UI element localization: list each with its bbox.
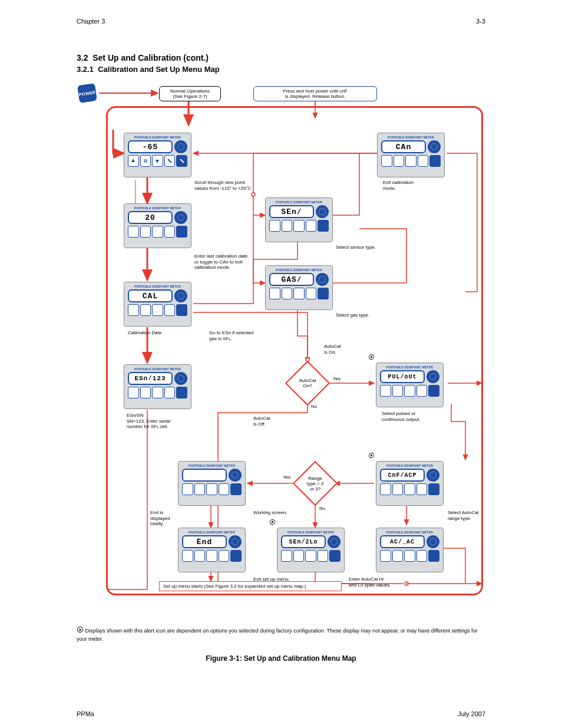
device-sensor: PORTABLE DEWPOINT METER SEn/ bbox=[265, 197, 333, 242]
dial-icon bbox=[229, 535, 242, 548]
lcd: CAL bbox=[128, 289, 173, 302]
power-label: POWER bbox=[78, 90, 95, 97]
lcd: -65 bbox=[128, 140, 173, 153]
label-cal-date: Calibration Date bbox=[128, 330, 161, 336]
label-exit-cal: Exit calibration mode. bbox=[383, 180, 414, 191]
label-select-range: Select AutoCal range type. bbox=[448, 510, 478, 521]
label-scroll-dp: Scroll through dew point values from -11… bbox=[194, 180, 251, 191]
alert-icon: ⦿ bbox=[77, 626, 84, 634]
label-autocal-off: AutoCal is Off. bbox=[253, 416, 270, 427]
dial-icon bbox=[428, 140, 441, 153]
device-working: PORTABLE DEWPOINT METER bbox=[178, 461, 246, 506]
dial-icon bbox=[174, 211, 187, 224]
dial-icon bbox=[316, 273, 329, 286]
lcd: SEn/2Lo bbox=[281, 535, 326, 548]
device-value-20: PORTABLE DEWPOINT METER 20 bbox=[124, 203, 191, 248]
device-can: PORTABLE DEWPOINT METER CAn bbox=[377, 133, 445, 177]
device-dewpoint-display: PORTABLE DEWPOINT METER -65 bbox=[124, 133, 191, 177]
lcd: GAS/ bbox=[269, 273, 314, 286]
label-no-1: No bbox=[311, 404, 317, 410]
footnote: ⦿ Displays shown with this alert icon ar… bbox=[77, 625, 483, 644]
diagram-canvas: POWER Normal Operations (See Figure 2-7)… bbox=[77, 83, 486, 613]
page-header: Chapter 3 bbox=[77, 18, 105, 25]
alert-icon: ⦿ bbox=[368, 354, 375, 361]
label-autocal-on: AutoCal is On. bbox=[324, 344, 340, 355]
lcd: AC/_AC bbox=[380, 535, 425, 548]
label-enter-span: Enter AutoCal Hi and Lo span values. bbox=[349, 577, 391, 588]
label-end: End is displayed briefly. bbox=[150, 510, 170, 527]
label-last-cal: Enter last calibration date or toggle to… bbox=[194, 253, 247, 271]
alert-icon: ⦿ bbox=[269, 519, 276, 526]
dial-icon bbox=[174, 289, 187, 302]
device-end: PORTABLE DEWPOINT METER End bbox=[178, 528, 246, 572]
label-go-esn: Go to ESn if selected gas is SF₆. bbox=[209, 330, 253, 341]
lcd: ESn/123 bbox=[128, 372, 173, 385]
label-esn-sn: ESn/SN SN=123. Enter serial number for S… bbox=[127, 413, 170, 430]
lcd: CAn bbox=[381, 140, 426, 153]
lcd: End bbox=[182, 535, 227, 548]
label-working-screen: Working screen. bbox=[253, 510, 287, 516]
lcd: CnF/ACP bbox=[380, 469, 425, 482]
dial-icon bbox=[427, 535, 439, 548]
meter-button[interactable] bbox=[128, 155, 139, 167]
hold-power-box: Press and hold power until cnF is displa… bbox=[253, 86, 377, 101]
footer-left: PPMa bbox=[77, 710, 94, 717]
dial-icon bbox=[229, 469, 242, 482]
device-title: PORTABLE DEWPOINT METER bbox=[128, 136, 187, 139]
dial-icon bbox=[328, 535, 340, 548]
lcd bbox=[182, 469, 227, 482]
label-no-2: No bbox=[319, 506, 325, 512]
device-esn: PORTABLE DEWPOINT METER ESn/123 bbox=[124, 364, 191, 409]
dial-icon bbox=[427, 469, 439, 482]
lcd: 20 bbox=[128, 211, 173, 224]
meter-button-enter[interactable] bbox=[176, 155, 187, 167]
power-button[interactable]: POWER bbox=[77, 83, 97, 103]
dial-icon bbox=[174, 140, 187, 153]
device-pulse-output: PORTABLE DEWPOINT METER PUL/oUt bbox=[376, 363, 444, 407]
device-sen-2lo: PORTABLE DEWPOINT METER SEn/2Lo bbox=[277, 528, 345, 572]
label-select-gas: Select gas type. bbox=[336, 312, 369, 318]
device-ac-range: PORTABLE DEWPOINT METER AC/_AC bbox=[376, 528, 444, 572]
meter-button[interactable] bbox=[140, 155, 151, 167]
footer-right: July 2007 bbox=[458, 710, 485, 717]
dial-icon bbox=[427, 370, 439, 383]
lcd: PUL/oUt bbox=[380, 370, 425, 383]
meter-button[interactable] bbox=[152, 155, 163, 167]
meter-button[interactable] bbox=[164, 155, 176, 167]
section-title: 3.2 Set Up and Calibration (cont.) bbox=[77, 53, 209, 62]
device-cal: PORTABLE DEWPOINT METER CAL bbox=[124, 282, 191, 327]
subsection-title: 3.2.1 Calibration and Set Up Menu Map bbox=[77, 65, 220, 74]
normal-ops-box: Normal Operations (See Figure 2-7) bbox=[159, 86, 221, 101]
lcd: SEn/ bbox=[269, 205, 314, 218]
device-gas: PORTABLE DEWPOINT METER GAS/ bbox=[265, 265, 333, 310]
label-yes-1: Yes bbox=[333, 376, 340, 382]
dial-icon bbox=[316, 205, 329, 218]
dial-icon bbox=[174, 372, 187, 385]
chapter-label: Chapter 3 bbox=[77, 18, 105, 25]
label-yes-2: Yes bbox=[283, 475, 290, 480]
page-number-top: 3-3 bbox=[476, 18, 485, 25]
label-select-output: Select pulsed or continuous output. bbox=[382, 411, 420, 422]
device-cnf-acp: PORTABLE DEWPOINT METER CnF/ACP bbox=[376, 461, 444, 506]
figure-caption: Figure 3-1: Set Up and Calibration Menu … bbox=[0, 654, 562, 663]
alert-icon: ⦿ bbox=[368, 452, 375, 459]
label-select-sensor: Select sensor type. bbox=[336, 245, 376, 251]
setup-menu-box: Set up menu starts (See Figure 3.2 for e… bbox=[159, 581, 342, 591]
